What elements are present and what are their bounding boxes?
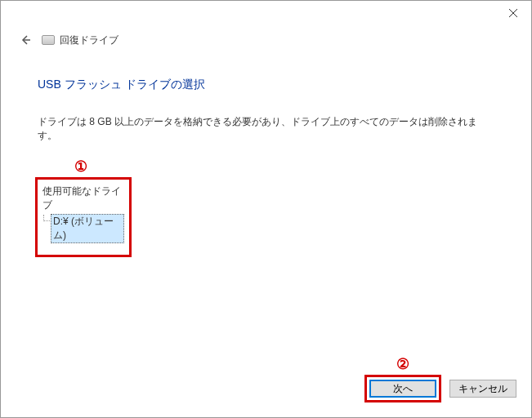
next-button[interactable]: 次へ <box>369 380 436 398</box>
cancel-button[interactable]: キャンセル <box>449 380 516 398</box>
step-2-group: ② 次へ <box>364 355 441 402</box>
drive-icon <box>42 35 55 45</box>
header: 回復ドライブ <box>1 25 531 55</box>
window-title: 回復ドライブ <box>60 33 118 47</box>
available-drives-box: 使用可能なドライブ D:¥ (ボリューム) <box>35 177 132 257</box>
back-button[interactable] <box>17 32 34 48</box>
drives-list-header: 使用可能なドライブ <box>42 185 124 212</box>
tree-connector-icon <box>43 215 50 221</box>
drive-list-item[interactable]: D:¥ (ボリューム) <box>51 214 124 243</box>
content-area: USB フラッシュ ドライブの選択 ドライブは 8 GB 以上のデータを格納でき… <box>1 55 531 265</box>
close-icon <box>509 9 517 17</box>
next-button-label: 次へ <box>393 382 413 396</box>
cancel-button-label: キャンセル <box>458 382 507 396</box>
back-arrow-icon <box>20 34 31 46</box>
description-text: ドライブは 8 GB 以上のデータを格納できる必要があり、ドライブ上のすべてのデ… <box>38 115 494 143</box>
next-button-highlight: 次へ <box>364 375 441 402</box>
drive-label: D:¥ (ボリューム) <box>53 216 114 241</box>
footer-buttons: ② 次へ キャンセル <box>364 355 516 402</box>
close-button[interactable] <box>494 1 531 25</box>
titlebar <box>1 1 531 25</box>
annotation-step-2: ② <box>396 355 409 373</box>
page-title: USB フラッシュ ドライブの選択 <box>38 78 494 92</box>
annotation-step-1: ① <box>74 158 494 176</box>
